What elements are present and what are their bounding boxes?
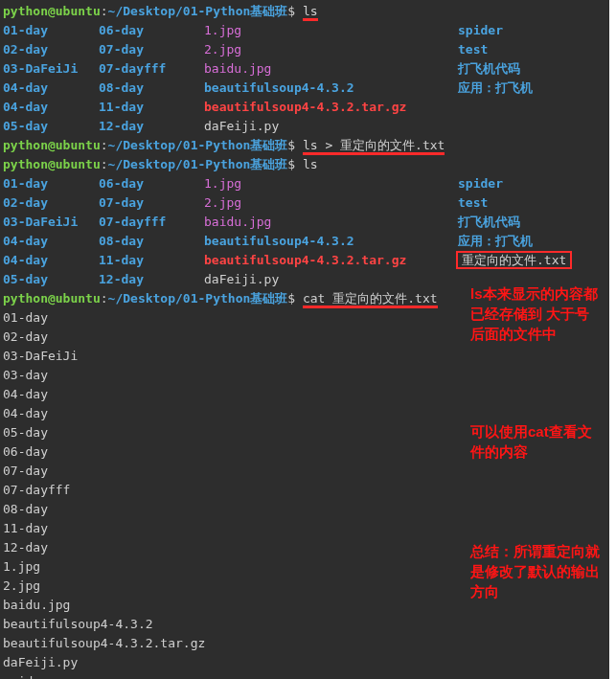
shell-prompt-line[interactable]: python@ubuntu:~/Desktop/01-Python基础班$ ls [3, 155, 609, 174]
annotation-1: ls本来显示的内容都已经存储到 大于号后面的文件中 [470, 283, 600, 344]
ls-output-1: 01-day06-day1.jpgspider 02-day07-day2.jp… [3, 21, 609, 136]
annotation-3: 总结：所谓重定向就是修改了默认的输出方向 [470, 541, 600, 601]
cat-output: 01-day 02-day 03-DaFeiJi 03-day 04-day 0… [3, 308, 609, 679]
command-ls: ls [303, 157, 318, 171]
command-ls: ls [303, 4, 318, 21]
shell-prompt-line[interactable]: python@ubuntu:~/Desktop/01-Python基础班$ ls [3, 2, 609, 21]
shell-prompt-line[interactable]: python@ubuntu:~/Desktop/01-Python基础班$ ls… [3, 136, 609, 155]
terminal-window: python@ubuntu:~/Desktop/01-Python基础班$ ls… [0, 0, 609, 679]
highlighted-new-file: 重定向的文件.txt [456, 251, 572, 269]
command-cat: cat 重定向的文件.txt [303, 291, 438, 308]
annotation-2: 可以使用cat查看文件的内容 [470, 421, 600, 462]
ls-output-2: 01-day06-day1.jpgspider 02-day07-day2.jp… [3, 174, 609, 289]
command-ls-redirect: ls > 重定向的文件.txt [303, 138, 445, 155]
